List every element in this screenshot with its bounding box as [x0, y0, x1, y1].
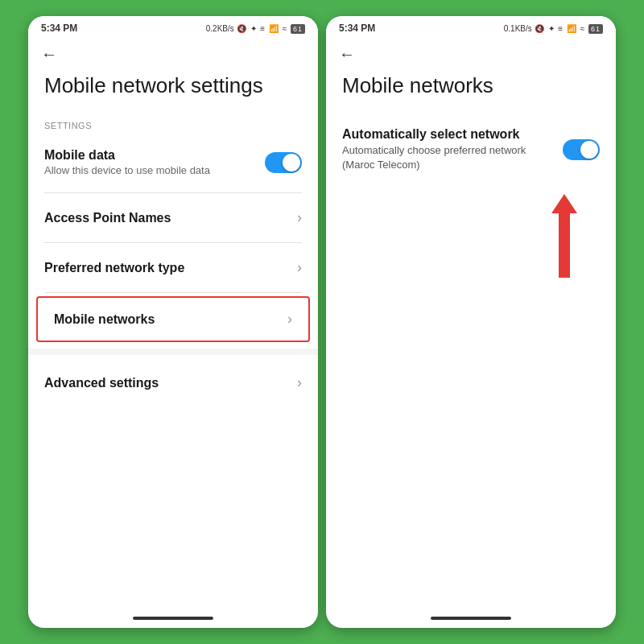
advanced-settings-content: Advanced settings	[44, 376, 297, 390]
right-status-time: 5:34 PM	[339, 23, 375, 34]
left-phone-screen: 5:34 PM 0.2KB/s 🔇 ✦ ≡ 📶 ≈ 61 ← Mobile ne…	[28, 16, 318, 628]
left-signal-icons: 🔇 ✦ ≡ 📶 ≈ 61	[237, 24, 305, 33]
arrow-shaft	[559, 213, 570, 278]
divider-2	[44, 242, 302, 243]
divider-1	[44, 192, 302, 193]
preferred-network-type-title: Preferred network type	[44, 261, 297, 275]
right-status-bar: 5:34 PM 0.1KB/s 🔇 ✦ ≡ 📶 ≈ 61	[326, 16, 616, 37]
settings-section-label: SETTINGS	[28, 114, 318, 135]
left-speed-indicator: 0.2KB/s	[206, 24, 234, 33]
preferred-network-type-chevron: ›	[297, 259, 302, 276]
right-speed-indicator: 0.1KB/s	[504, 24, 532, 33]
auto-select-network-title: Automatically select network	[342, 127, 553, 142]
preferred-network-type-content: Preferred network type	[44, 261, 297, 275]
right-back-button[interactable]: ←	[326, 37, 616, 67]
left-home-indicator	[133, 617, 213, 620]
left-status-bar: 5:34 PM 0.2KB/s 🔇 ✦ ≡ 📶 ≈ 61	[28, 16, 318, 37]
right-home-indicator	[431, 617, 511, 620]
access-point-names-content: Access Point Names	[44, 211, 297, 225]
thick-divider	[28, 349, 318, 355]
access-point-names-title: Access Point Names	[44, 211, 297, 225]
divider-3	[44, 292, 302, 293]
red-arrow-up	[551, 194, 577, 278]
right-signal-icons: 🔇 ✦ ≡ 📶 ≈ 61	[535, 24, 603, 33]
auto-select-network-item[interactable]: Automatically select network Automatical…	[326, 114, 616, 185]
mobile-data-toggle[interactable]	[265, 152, 302, 173]
mobile-networks-title: Mobile networks	[54, 312, 287, 327]
left-status-time: 5:34 PM	[41, 23, 77, 34]
advanced-settings-title: Advanced settings	[44, 376, 297, 390]
right-status-icons: 0.1KB/s 🔇 ✦ ≡ 📶 ≈ 61	[504, 24, 603, 33]
right-phone-screen: 5:34 PM 0.1KB/s 🔇 ✦ ≡ 📶 ≈ 61 ← Mobile ne…	[326, 16, 616, 628]
mobile-data-subtitle: Allow this device to use mobile data	[44, 164, 265, 176]
left-screen-title: Mobile network settings	[28, 67, 318, 114]
advanced-settings-item[interactable]: Advanced settings ›	[28, 361, 318, 404]
left-back-button[interactable]: ←	[28, 37, 318, 67]
preferred-network-type-item[interactable]: Preferred network type ›	[28, 246, 318, 289]
auto-select-network-content: Automatically select network Automatical…	[342, 127, 553, 172]
mobile-networks-item[interactable]: Mobile networks ›	[38, 298, 308, 341]
access-point-names-item[interactable]: Access Point Names ›	[28, 196, 318, 239]
auto-select-network-subtitle: Automatically choose preferred network (…	[342, 143, 553, 172]
left-status-icons: 0.2KB/s 🔇 ✦ ≡ 📶 ≈ 61	[206, 24, 305, 33]
mobile-data-content: Mobile data Allow this device to use mob…	[44, 148, 265, 176]
arrow-container	[326, 186, 616, 278]
access-point-names-chevron: ›	[297, 209, 302, 226]
mobile-data-title: Mobile data	[44, 148, 265, 163]
mobile-networks-highlight-box: Mobile networks ›	[36, 296, 310, 342]
mobile-data-toggle-knob	[283, 154, 300, 171]
auto-select-network-toggle[interactable]	[563, 139, 600, 160]
mobile-data-item[interactable]: Mobile data Allow this device to use mob…	[28, 135, 318, 189]
mobile-networks-content: Mobile networks	[54, 312, 287, 327]
advanced-settings-chevron: ›	[297, 374, 302, 391]
mobile-networks-chevron: ›	[287, 311, 292, 328]
arrow-head	[551, 194, 577, 213]
right-screen-title: Mobile networks	[326, 67, 616, 114]
auto-select-network-toggle-knob	[580, 141, 598, 159]
